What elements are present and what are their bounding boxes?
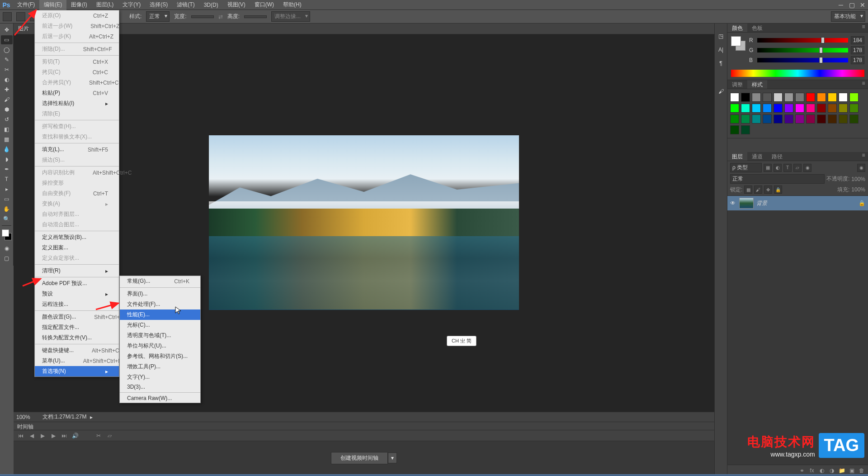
path-select-tool[interactable]: ▸: [1, 185, 13, 194]
style-select[interactable]: 正常: [146, 11, 170, 22]
style-swatch[interactable]: [774, 93, 783, 102]
move-tool[interactable]: ✥: [1, 25, 13, 34]
color-panel-swatch[interactable]: [731, 36, 745, 51]
filter-shape-icon[interactable]: ▱: [793, 164, 802, 172]
edit-menu-item[interactable]: 填充(L)...Shift+F5: [35, 144, 119, 155]
g-slider[interactable]: [757, 48, 848, 52]
edit-menu-item[interactable]: 预设▸: [35, 289, 119, 299]
b-value[interactable]: 178: [851, 56, 864, 64]
blend-mode-select[interactable]: 正常: [730, 174, 825, 184]
menu-select[interactable]: 选择(S): [145, 0, 172, 10]
timeline-prev-frame[interactable]: ◀: [28, 433, 35, 439]
style-swatch[interactable]: [763, 104, 772, 113]
style-swatch[interactable]: [752, 114, 761, 124]
menu-layer[interactable]: 图层(L): [92, 0, 118, 10]
paths-tab[interactable]: 路径: [767, 152, 787, 161]
screen-mode-tool[interactable]: ▢: [1, 254, 13, 263]
opacity-value[interactable]: 100%: [851, 176, 865, 182]
edit-menu-item[interactable]: 远程连接...: [35, 299, 119, 309]
quick-select-tool[interactable]: ✎: [1, 55, 13, 64]
blur-tool[interactable]: 💧: [1, 145, 13, 154]
lock-all-icon[interactable]: 🔒: [774, 186, 782, 194]
style-swatch[interactable]: [795, 114, 804, 124]
edit-menu-item[interactable]: 首选项(N)▸: [35, 366, 119, 376]
style-swatch[interactable]: [806, 93, 815, 102]
menu-file[interactable]: 文件(F): [13, 0, 39, 10]
prefs-menu-item[interactable]: Camera Raw(W)...: [120, 394, 200, 403]
style-swatch[interactable]: [741, 125, 750, 134]
quick-mask-tool[interactable]: ◉: [1, 244, 13, 253]
filter-pixel-icon[interactable]: ▦: [764, 164, 772, 172]
menu-filter[interactable]: 滤镜(T): [172, 0, 199, 10]
doc-info-arrow[interactable]: ▸: [90, 414, 93, 420]
edit-menu-item[interactable]: 指定配置文件...: [35, 322, 119, 333]
timeline-play[interactable]: ▶: [39, 433, 46, 439]
layer-visibility-icon[interactable]: 👁: [730, 200, 736, 206]
maximize-button[interactable]: ▢: [846, 1, 857, 9]
foreground-color[interactable]: [2, 229, 9, 237]
timeline-transition[interactable]: ▱: [106, 433, 113, 439]
style-swatch[interactable]: [784, 114, 793, 124]
swatches-tab[interactable]: 色板: [747, 24, 767, 32]
menu-edit[interactable]: 编辑(E): [39, 0, 66, 10]
spectrum-bar[interactable]: [731, 70, 864, 77]
create-timeline-button[interactable]: 创建视频时间轴: [331, 452, 388, 464]
crop-tool[interactable]: ✂: [1, 65, 13, 74]
layer-filter-kind[interactable]: ρ 类型: [730, 163, 762, 172]
style-swatch[interactable]: [817, 104, 826, 113]
prefs-menu-item[interactable]: 3D(3)...: [120, 382, 200, 391]
style-swatch[interactable]: [849, 93, 859, 102]
layer-group-icon[interactable]: 📁: [838, 467, 845, 474]
g-value[interactable]: 178: [851, 46, 864, 54]
style-swatch[interactable]: [839, 93, 848, 102]
style-swatch[interactable]: [817, 114, 826, 124]
style-swatch[interactable]: [849, 114, 859, 124]
b-slider[interactable]: [757, 58, 848, 62]
character-panel-icon[interactable]: A|: [716, 44, 726, 55]
style-swatch[interactable]: [806, 114, 815, 124]
menu-window[interactable]: 窗口(W): [250, 0, 278, 10]
menu-type[interactable]: 文字(Y): [118, 0, 145, 10]
lock-pixels-icon[interactable]: 🖌: [754, 186, 762, 194]
r-value[interactable]: 184: [851, 36, 864, 44]
filter-type-icon[interactable]: T: [783, 164, 792, 172]
zoom-level[interactable]: 100%: [16, 414, 39, 420]
style-swatch[interactable]: [741, 104, 750, 113]
history-brush-tool[interactable]: ↺: [1, 115, 13, 124]
style-swatch[interactable]: [752, 104, 761, 113]
menu-image[interactable]: 图像(I): [66, 0, 91, 10]
style-swatch[interactable]: [763, 114, 772, 124]
style-swatch[interactable]: [730, 93, 739, 102]
create-timeline-dropdown[interactable]: ▾: [388, 452, 397, 463]
dodge-tool[interactable]: ◗: [1, 155, 13, 164]
style-swatch[interactable]: [795, 93, 804, 102]
style-swatch[interactable]: [828, 104, 837, 113]
width-input[interactable]: [191, 15, 214, 18]
prefs-menu-item[interactable]: 单位与标尺(U)...: [120, 341, 200, 351]
lock-transparency-icon[interactable]: ▦: [744, 186, 752, 194]
swap-wh-icon[interactable]: ⇄: [218, 14, 223, 20]
lock-position-icon[interactable]: ✥: [764, 186, 772, 194]
style-swatch[interactable]: [828, 93, 837, 102]
timeline-split[interactable]: ✂: [95, 433, 102, 439]
edit-menu-item[interactable]: 定义画笔预设(B)...: [35, 232, 119, 243]
channels-tab[interactable]: 通道: [747, 152, 767, 161]
style-swatch[interactable]: [828, 114, 837, 124]
styles-tab[interactable]: 样式: [747, 80, 767, 89]
filter-toggle[interactable]: ◉: [857, 164, 865, 172]
style-swatch[interactable]: [741, 93, 750, 102]
prefs-menu-item[interactable]: 文件处理(F)...: [120, 299, 200, 309]
color-swatches[interactable]: [1, 228, 13, 241]
layer-mask-icon[interactable]: ◐: [818, 467, 826, 474]
style-swatch[interactable]: [784, 93, 793, 102]
prefs-menu-item[interactable]: 增效工具(P)...: [120, 362, 200, 372]
brush-panel-icon[interactable]: 🖌: [716, 86, 726, 97]
prefs-menu-item[interactable]: 光标(C)...: [120, 320, 200, 330]
link-layers-icon[interactable]: ⚭: [798, 467, 806, 474]
style-swatch[interactable]: [774, 114, 783, 124]
fill-value[interactable]: 100%: [851, 186, 865, 193]
color-tab[interactable]: 颜色: [727, 24, 747, 32]
filter-smart-icon[interactable]: ◉: [803, 164, 811, 172]
gradient-tool[interactable]: ▦: [1, 135, 13, 144]
brush-tool[interactable]: 🖌: [1, 95, 13, 104]
